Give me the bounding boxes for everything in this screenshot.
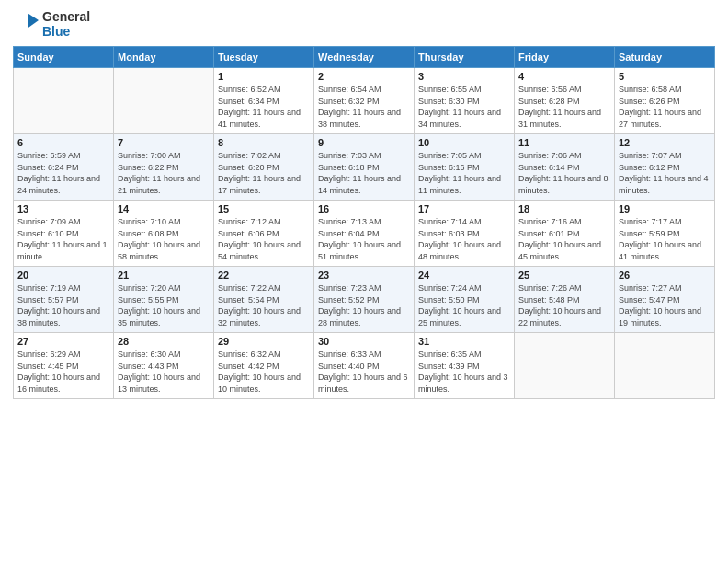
- day-info: Sunrise: 7:13 AM Sunset: 6:04 PM Dayligh…: [318, 216, 410, 262]
- col-header-saturday: Saturday: [615, 47, 715, 68]
- day-cell: 30Sunrise: 6:33 AM Sunset: 4:40 PM Dayli…: [314, 333, 415, 399]
- day-cell: 10Sunrise: 7:05 AM Sunset: 6:16 PM Dayli…: [415, 134, 515, 201]
- col-header-wednesday: Wednesday: [314, 47, 415, 68]
- logo-general: General: [42, 9, 90, 24]
- day-info: Sunrise: 7:14 AM Sunset: 6:03 PM Dayligh…: [418, 216, 510, 262]
- day-info: Sunrise: 6:54 AM Sunset: 6:32 PM Dayligh…: [318, 84, 410, 130]
- day-cell: 31Sunrise: 6:35 AM Sunset: 4:39 PM Dayli…: [415, 333, 515, 399]
- day-info: Sunrise: 6:52 AM Sunset: 6:34 PM Dayligh…: [218, 84, 310, 130]
- day-number: 30: [318, 336, 410, 347]
- week-row-5: 27Sunrise: 6:29 AM Sunset: 4:45 PM Dayli…: [14, 333, 715, 399]
- col-header-tuesday: Tuesday: [214, 47, 314, 68]
- day-info: Sunrise: 7:16 AM Sunset: 6:01 PM Dayligh…: [518, 216, 610, 262]
- week-row-2: 6Sunrise: 6:59 AM Sunset: 6:24 PM Daylig…: [14, 134, 715, 201]
- day-info: Sunrise: 7:02 AM Sunset: 6:20 PM Dayligh…: [218, 150, 310, 196]
- day-number: 24: [418, 270, 510, 281]
- day-cell: 18Sunrise: 7:16 AM Sunset: 6:01 PM Dayli…: [515, 201, 615, 267]
- day-info: Sunrise: 6:55 AM Sunset: 6:30 PM Dayligh…: [418, 84, 510, 130]
- header: GeneralBlue: [13, 9, 715, 39]
- day-info: Sunrise: 6:56 AM Sunset: 6:28 PM Dayligh…: [518, 84, 610, 130]
- day-cell: 24Sunrise: 7:24 AM Sunset: 5:50 PM Dayli…: [415, 267, 515, 333]
- day-number: 14: [118, 203, 210, 214]
- day-info: Sunrise: 7:10 AM Sunset: 6:08 PM Dayligh…: [118, 216, 210, 262]
- col-header-friday: Friday: [515, 47, 615, 68]
- day-number: 28: [118, 336, 210, 347]
- day-cell: 17Sunrise: 7:14 AM Sunset: 6:03 PM Dayli…: [415, 201, 515, 267]
- day-number: 26: [619, 270, 711, 281]
- day-info: Sunrise: 6:59 AM Sunset: 6:24 PM Dayligh…: [17, 150, 109, 196]
- logo-text-block: GeneralBlue: [42, 9, 90, 39]
- day-cell: 3Sunrise: 6:55 AM Sunset: 6:30 PM Daylig…: [415, 68, 515, 134]
- day-number: 21: [118, 270, 210, 281]
- day-number: 11: [518, 137, 610, 148]
- day-cell: 1Sunrise: 6:52 AM Sunset: 6:34 PM Daylig…: [214, 68, 314, 134]
- calendar-page: GeneralBlue SundayMondayTuesdayWednesday…: [0, 0, 728, 563]
- day-cell: 13Sunrise: 7:09 AM Sunset: 6:10 PM Dayli…: [14, 201, 114, 267]
- day-info: Sunrise: 7:20 AM Sunset: 5:55 PM Dayligh…: [118, 282, 210, 328]
- day-info: Sunrise: 7:03 AM Sunset: 6:18 PM Dayligh…: [318, 150, 410, 196]
- day-cell: 5Sunrise: 6:58 AM Sunset: 6:26 PM Daylig…: [615, 68, 715, 134]
- day-cell: 25Sunrise: 7:26 AM Sunset: 5:48 PM Dayli…: [515, 267, 615, 333]
- day-cell: 19Sunrise: 7:17 AM Sunset: 5:59 PM Dayli…: [615, 201, 715, 267]
- day-number: 2: [318, 71, 410, 82]
- day-number: 1: [218, 71, 310, 82]
- day-cell: 23Sunrise: 7:23 AM Sunset: 5:52 PM Dayli…: [314, 267, 415, 333]
- day-info: Sunrise: 7:22 AM Sunset: 5:54 PM Dayligh…: [218, 282, 310, 328]
- day-cell: 14Sunrise: 7:10 AM Sunset: 6:08 PM Dayli…: [114, 201, 214, 267]
- day-info: Sunrise: 7:23 AM Sunset: 5:52 PM Dayligh…: [318, 282, 410, 328]
- col-header-monday: Monday: [114, 47, 214, 68]
- day-number: 3: [418, 71, 510, 82]
- day-number: 15: [218, 203, 310, 214]
- week-row-3: 13Sunrise: 7:09 AM Sunset: 6:10 PM Dayli…: [14, 201, 715, 267]
- day-cell: 2Sunrise: 6:54 AM Sunset: 6:32 PM Daylig…: [314, 68, 415, 134]
- logo-blue: Blue: [42, 24, 90, 39]
- day-info: Sunrise: 7:07 AM Sunset: 6:12 PM Dayligh…: [619, 150, 711, 196]
- day-cell: 26Sunrise: 7:27 AM Sunset: 5:47 PM Dayli…: [615, 267, 715, 333]
- day-number: 12: [619, 137, 711, 148]
- day-cell: 11Sunrise: 7:06 AM Sunset: 6:14 PM Dayli…: [515, 134, 615, 201]
- day-info: Sunrise: 7:12 AM Sunset: 6:06 PM Dayligh…: [218, 216, 310, 262]
- day-number: 7: [118, 137, 210, 148]
- day-info: Sunrise: 7:27 AM Sunset: 5:47 PM Dayligh…: [619, 282, 711, 328]
- day-info: Sunrise: 6:33 AM Sunset: 4:40 PM Dayligh…: [318, 349, 410, 395]
- day-number: 25: [518, 270, 610, 281]
- day-cell: [14, 68, 114, 134]
- day-number: 19: [619, 203, 711, 214]
- day-number: 20: [17, 270, 109, 281]
- day-info: Sunrise: 7:26 AM Sunset: 5:48 PM Dayligh…: [518, 282, 610, 328]
- day-number: 13: [17, 203, 109, 214]
- day-cell: 9Sunrise: 7:03 AM Sunset: 6:18 PM Daylig…: [314, 134, 415, 201]
- day-info: Sunrise: 7:24 AM Sunset: 5:50 PM Dayligh…: [418, 282, 510, 328]
- day-number: 17: [418, 203, 510, 214]
- day-cell: 7Sunrise: 7:00 AM Sunset: 6:22 PM Daylig…: [114, 134, 214, 201]
- day-cell: 28Sunrise: 6:30 AM Sunset: 4:43 PM Dayli…: [114, 333, 214, 399]
- day-cell: 6Sunrise: 6:59 AM Sunset: 6:24 PM Daylig…: [14, 134, 114, 201]
- day-number: 29: [218, 336, 310, 347]
- day-number: 31: [418, 336, 510, 347]
- week-row-1: 1Sunrise: 6:52 AM Sunset: 6:34 PM Daylig…: [14, 68, 715, 134]
- day-number: 9: [318, 137, 410, 148]
- day-info: Sunrise: 7:06 AM Sunset: 6:14 PM Dayligh…: [518, 150, 610, 196]
- col-header-sunday: Sunday: [14, 47, 114, 68]
- day-cell: 21Sunrise: 7:20 AM Sunset: 5:55 PM Dayli…: [114, 267, 214, 333]
- day-info: Sunrise: 6:58 AM Sunset: 6:26 PM Dayligh…: [619, 84, 711, 130]
- day-cell: 4Sunrise: 6:56 AM Sunset: 6:28 PM Daylig…: [515, 68, 615, 134]
- day-number: 22: [218, 270, 310, 281]
- svg-marker-0: [28, 14, 39, 28]
- day-info: Sunrise: 7:19 AM Sunset: 5:57 PM Dayligh…: [17, 282, 109, 328]
- day-cell: 27Sunrise: 6:29 AM Sunset: 4:45 PM Dayli…: [14, 333, 114, 399]
- day-cell: [615, 333, 715, 399]
- day-number: 10: [418, 137, 510, 148]
- header-row: SundayMondayTuesdayWednesdayThursdayFrid…: [14, 47, 715, 68]
- calendar-table: SundayMondayTuesdayWednesdayThursdayFrid…: [13, 46, 715, 399]
- day-info: Sunrise: 7:09 AM Sunset: 6:10 PM Dayligh…: [17, 216, 109, 262]
- day-info: Sunrise: 7:00 AM Sunset: 6:22 PM Dayligh…: [118, 150, 210, 196]
- logo-icon: [13, 11, 39, 37]
- day-cell: [114, 68, 214, 134]
- day-cell: 20Sunrise: 7:19 AM Sunset: 5:57 PM Dayli…: [14, 267, 114, 333]
- day-cell: 16Sunrise: 7:13 AM Sunset: 6:04 PM Dayli…: [314, 201, 415, 267]
- day-number: 8: [218, 137, 310, 148]
- day-cell: [515, 333, 615, 399]
- day-cell: 29Sunrise: 6:32 AM Sunset: 4:42 PM Dayli…: [214, 333, 314, 399]
- day-number: 4: [518, 71, 610, 82]
